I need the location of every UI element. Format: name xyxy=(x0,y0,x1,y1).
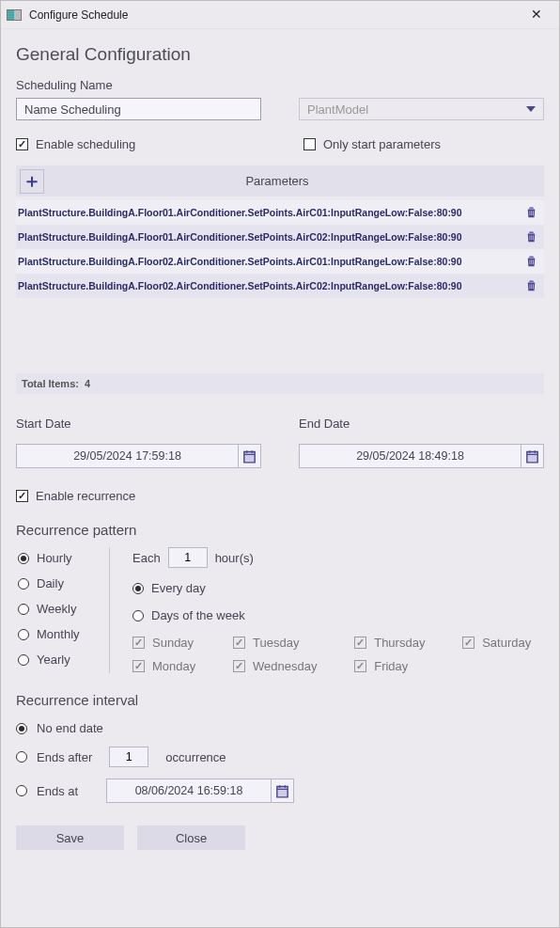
parameters-list: PlantStructure.BuildingA.Floor01.AirCond… xyxy=(16,200,544,298)
freq-yearly-radio[interactable]: Yearly xyxy=(18,653,109,667)
page-title: General Configuration xyxy=(16,44,544,65)
radio-icon xyxy=(18,578,29,590)
day-thursday-checkbox[interactable]: Thursday xyxy=(354,636,438,650)
parameters-total: Total Items: 4 xyxy=(16,373,544,394)
calendar-icon[interactable] xyxy=(521,445,543,467)
checkbox-icon xyxy=(462,637,474,649)
calendar-icon[interactable] xyxy=(271,779,293,802)
day-wednesday-checkbox[interactable]: Wednesday xyxy=(233,659,330,673)
every-day-radio[interactable]: Every day xyxy=(132,581,544,595)
only-start-parameters-checkbox[interactable]: Only start parameters xyxy=(303,137,441,151)
parameter-row[interactable]: PlantStructure.BuildingA.Floor02.AirCond… xyxy=(16,249,544,274)
freq-monthly-radio[interactable]: Monthly xyxy=(18,627,109,641)
radio-icon xyxy=(16,723,27,734)
plantmodel-placeholder: PlantModel xyxy=(307,102,368,117)
scheduling-name-input[interactable] xyxy=(16,98,261,120)
plantmodel-dropdown[interactable]: PlantModel xyxy=(299,98,544,120)
freq-daily-radio[interactable]: Daily xyxy=(18,576,109,590)
only-start-parameters-label: Only start parameters xyxy=(323,137,441,151)
scheduling-name-label: Scheduling Name xyxy=(16,78,261,92)
freq-hourly-radio[interactable]: Hourly xyxy=(18,551,109,565)
checkbox-icon xyxy=(132,660,145,672)
ends-after-radio[interactable]: Ends after occurrence xyxy=(16,747,544,767)
start-date-input[interactable]: 29/05/2024 17:59:18 xyxy=(16,444,261,468)
checkbox-icon xyxy=(132,637,145,649)
parameter-row[interactable]: PlantStructure.BuildingA.Floor01.AirCond… xyxy=(16,200,544,225)
day-tuesday-checkbox[interactable]: Tuesday xyxy=(233,636,330,650)
caret-down-icon xyxy=(526,106,536,112)
days-of-week-radio[interactable]: Days of the week xyxy=(132,608,544,622)
app-icon xyxy=(7,9,22,21)
parameter-row[interactable]: PlantStructure.BuildingA.Floor02.AirCond… xyxy=(16,274,544,298)
radio-icon xyxy=(18,553,29,564)
titlebar: Configure Schedule ✕ xyxy=(1,1,559,29)
day-saturday-checkbox[interactable]: Saturday xyxy=(462,636,544,650)
ends-at-input[interactable]: 08/06/2024 16:59:18 xyxy=(106,779,294,803)
calendar-icon[interactable] xyxy=(238,445,260,467)
radio-icon xyxy=(132,583,144,594)
checkbox-icon xyxy=(16,138,28,150)
end-date-label: End Date xyxy=(299,417,544,431)
parameters-header-label: Parameters xyxy=(44,174,510,188)
day-monday-checkbox[interactable]: Monday xyxy=(132,659,209,673)
checkbox-icon xyxy=(16,490,28,502)
enable-scheduling-checkbox[interactable]: Enable scheduling xyxy=(16,137,135,151)
checkbox-icon xyxy=(303,138,316,150)
checkbox-icon xyxy=(354,660,366,672)
ends-at-radio[interactable]: Ends at 08/06/2024 16:59:18 xyxy=(16,779,544,803)
delete-icon[interactable] xyxy=(518,205,544,221)
add-parameter-button[interactable]: ＋ xyxy=(20,169,44,194)
save-button[interactable]: Save xyxy=(16,826,124,850)
freq-weekly-radio[interactable]: Weekly xyxy=(18,602,109,616)
close-icon[interactable]: ✕ xyxy=(520,4,553,26)
parameter-row[interactable]: PlantStructure.BuildingA.Floor01.AirCond… xyxy=(16,225,544,249)
end-date-input[interactable]: 29/05/2024 18:49:18 xyxy=(299,444,544,468)
radio-icon xyxy=(18,604,29,615)
radio-icon xyxy=(18,629,29,640)
delete-icon[interactable] xyxy=(518,254,544,270)
each-hours-input[interactable] xyxy=(168,547,208,568)
enable-scheduling-label: Enable scheduling xyxy=(36,137,135,151)
each-hours-row: Each hour(s) xyxy=(132,547,544,568)
radio-icon xyxy=(18,654,29,666)
close-button[interactable]: Close xyxy=(137,826,245,850)
no-end-date-radio[interactable]: No end date xyxy=(16,721,544,735)
enable-recurrence-checkbox[interactable]: Enable recurrence xyxy=(16,489,544,503)
delete-icon[interactable] xyxy=(518,229,544,245)
checkbox-icon xyxy=(233,660,245,672)
radio-icon xyxy=(16,785,27,796)
start-date-label: Start Date xyxy=(16,417,261,431)
window-title: Configure Schedule xyxy=(29,8,128,22)
checkbox-icon xyxy=(354,637,366,649)
radio-icon xyxy=(16,751,27,763)
checkbox-icon xyxy=(233,637,245,649)
day-sunday-checkbox[interactable]: Sunday xyxy=(132,636,209,650)
ends-after-input[interactable] xyxy=(109,747,148,767)
radio-icon xyxy=(132,610,144,621)
parameters-header: ＋ Parameters xyxy=(16,165,544,197)
delete-icon[interactable] xyxy=(518,278,544,294)
recurrence-pattern-header: Recurrence pattern xyxy=(16,522,544,538)
day-friday-checkbox[interactable]: Friday xyxy=(354,659,438,673)
recurrence-interval-header: Recurrence interval xyxy=(16,692,544,708)
